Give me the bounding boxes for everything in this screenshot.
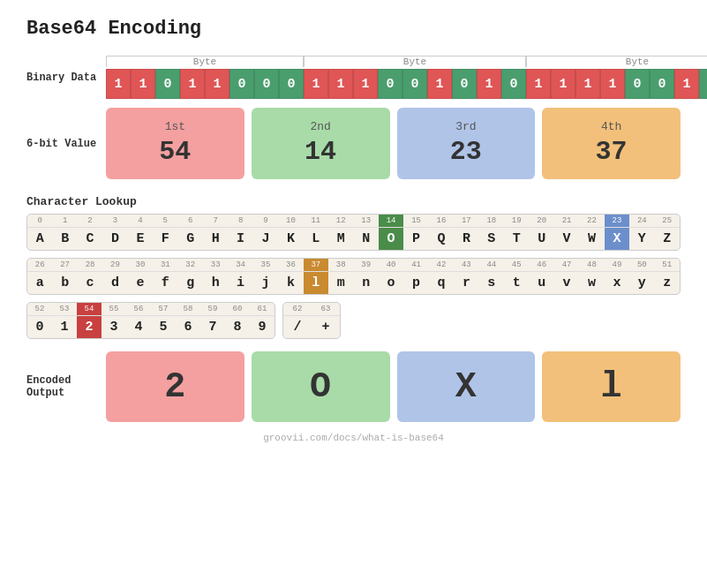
bit-24: 0 — [699, 69, 707, 99]
bit-12: 0 — [402, 69, 427, 99]
lookup-cell-24: 24Y — [629, 215, 654, 250]
sixbit-ordinal: 1st — [165, 120, 185, 133]
sixbit-value: 14 — [305, 137, 336, 167]
lookup-cell-61: 619 — [250, 303, 275, 338]
lookup-cell-25: 25Z — [655, 215, 680, 250]
bit-21: 0 — [625, 69, 650, 99]
encoded-output-section: Encoded Output 2OXl — [26, 351, 681, 422]
lookup-cell-22: 22W — [579, 215, 604, 250]
binary-container: ByteByteByte 11011000111001010111100101 — [106, 56, 707, 99]
lookup-cell-63: 63+ — [312, 303, 340, 338]
binary-data-section: Binary Data ByteByteByte 110110001110010… — [26, 56, 681, 99]
lookup-cell-33: 33h — [203, 259, 228, 294]
lookup-cell-9: 9J — [253, 215, 278, 250]
lookup-cell-2: 2C — [78, 215, 102, 250]
byte-labels: ByteByteByte — [106, 56, 707, 67]
lookup-cell-31: 31f — [153, 259, 177, 294]
bit-13: 1 — [427, 69, 452, 99]
lookup-cell-5: 5F — [153, 215, 177, 250]
lookup-cell-8: 8I — [228, 215, 252, 250]
lookup-cell-48: 48w — [579, 259, 604, 294]
bit-10: 1 — [353, 69, 378, 99]
sixbit-section: 6-bit Value 1st542nd143rd234th37 — [26, 108, 681, 179]
lookup-cell-36: 36k — [278, 259, 303, 294]
bit-4: 1 — [205, 69, 229, 99]
lookup-cell-44: 44s — [479, 259, 504, 294]
lookup-cell-13: 13N — [353, 215, 378, 250]
lookup-cell-55: 553 — [102, 303, 126, 338]
lookup-cell-42: 42q — [429, 259, 454, 294]
bit-7: 0 — [279, 69, 304, 99]
binary-data-label: Binary Data — [26, 72, 106, 84]
page-title: Base64 Encoding — [26, 18, 681, 40]
lookup-cell-53: 531 — [52, 303, 77, 338]
sixbit-card-1: 1st54 — [106, 108, 244, 179]
sixbit-value: 23 — [450, 137, 482, 167]
encoded-card-4: l — [542, 351, 681, 422]
encoded-card-1: 2 — [106, 351, 244, 422]
bit-23: 1 — [674, 69, 699, 99]
lookup-cell-14: 14O — [379, 215, 403, 250]
lookup-cell-35: 35j — [253, 259, 278, 294]
bit-15: 1 — [477, 69, 501, 99]
bit-11: 0 — [378, 69, 402, 99]
lookup-cell-12: 12M — [328, 215, 353, 250]
sixbit-value: 54 — [159, 137, 191, 167]
lookup-cell-47: 47v — [554, 259, 579, 294]
encoded-cards: 2OXl — [106, 351, 681, 422]
lookup-cell-23: 23X — [605, 215, 629, 250]
lookup-cell-20: 20U — [529, 215, 553, 250]
lookup-cell-29: 29d — [102, 259, 127, 294]
sixbit-cards: 1st542nd143rd234th37 — [106, 108, 681, 179]
lookup-cell-58: 586 — [176, 303, 200, 338]
lookup-cell-11: 11L — [304, 215, 328, 250]
lookup-cell-57: 575 — [151, 303, 176, 338]
sixbit-card-3: 3rd23 — [397, 108, 536, 179]
lookup-cell-21: 21V — [554, 215, 579, 250]
lookup-cell-1: 1B — [52, 215, 77, 250]
lookup-row-0: 0A1B2C3D4E5F6G7H8I9J10K11L12M13N14O15P16… — [26, 214, 681, 251]
lookup-cell-34: 34i — [228, 259, 252, 294]
lookup-cell-62: 62/ — [283, 303, 312, 338]
lookup-cell-39: 39n — [353, 259, 378, 294]
sixbit-ordinal: 3rd — [455, 120, 476, 133]
lookup-row-1: 26a27b28c29d30e31f32g33h34i35j36k37l38m3… — [26, 258, 681, 295]
lookup-cell-3: 3D — [102, 215, 127, 250]
bit-0: 1 — [106, 69, 131, 99]
sixbit-card-2: 2nd14 — [252, 108, 390, 179]
bit-5: 0 — [229, 69, 254, 99]
bit-6: 0 — [254, 69, 279, 99]
lookup-cell-50: 50y — [629, 259, 654, 294]
lookup-cell-30: 30e — [128, 259, 153, 294]
bit-18: 1 — [551, 69, 575, 99]
lookup-cell-40: 40o — [379, 259, 403, 294]
bit-16: 0 — [501, 69, 526, 99]
lookup-cell-16: 16Q — [429, 215, 454, 250]
lookup-cell-51: 51z — [655, 259, 680, 294]
bit-3: 1 — [180, 69, 205, 99]
lookup-cell-28: 28c — [78, 259, 102, 294]
sixbit-ordinal: 4th — [601, 120, 621, 133]
character-lookup-label: Character Lookup — [26, 195, 681, 208]
encoded-card-3: X — [397, 351, 536, 422]
lookup-cell-45: 45t — [504, 259, 529, 294]
lookup-cell-54: 542 — [77, 303, 102, 338]
lookup-cell-59: 597 — [200, 303, 225, 338]
lookup-cell-52: 520 — [27, 303, 52, 338]
lookup-cell-38: 38m — [328, 259, 353, 294]
encoded-card-2: O — [252, 351, 390, 422]
bit-9: 1 — [328, 69, 353, 99]
footer-text: groovii.com/docs/what-is-base64 — [26, 433, 681, 443]
lookup-cell-43: 43r — [454, 259, 478, 294]
bit-14: 0 — [452, 69, 477, 99]
lookup-cell-6: 6G — [178, 215, 203, 250]
sixbit-ordinal: 2nd — [310, 120, 330, 133]
lookup-cell-27: 27b — [52, 259, 77, 294]
lookup-cell-10: 10K — [278, 215, 303, 250]
lookup-cell-26: 26a — [27, 259, 52, 294]
lookup-cell-56: 564 — [126, 303, 151, 338]
bit-22: 0 — [650, 69, 674, 99]
lookup-cell-49: 49x — [605, 259, 629, 294]
lookup-row-2-extra: 62/63+ — [282, 302, 341, 339]
character-lookup-section: Character Lookup 0A1B2C3D4E5F6G7H8I9J10K… — [26, 195, 681, 339]
